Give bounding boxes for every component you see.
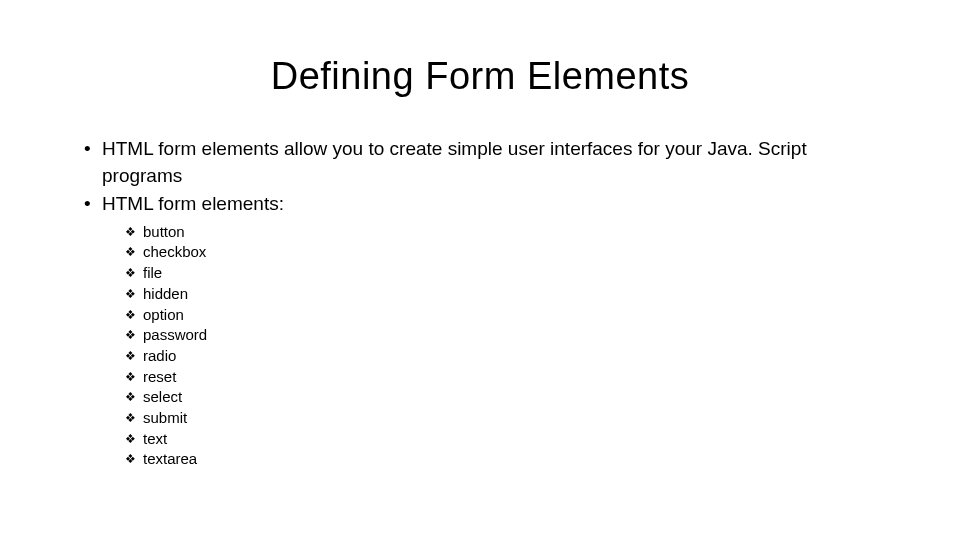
list-item: reset — [125, 367, 880, 388]
list-item: option — [125, 305, 880, 326]
list-item: password — [125, 325, 880, 346]
list-item: submit — [125, 408, 880, 429]
bullet-item: HTML form elements: — [80, 191, 880, 218]
slide-title: Defining Form Elements — [80, 55, 880, 98]
list-item: checkbox — [125, 242, 880, 263]
list-item: textarea — [125, 449, 880, 470]
list-item: file — [125, 263, 880, 284]
slide-container: Defining Form Elements HTML form element… — [0, 0, 960, 540]
main-bullet-list: HTML form elements allow you to create s… — [80, 136, 880, 218]
form-elements-list: button checkbox file hidden option passw… — [125, 222, 880, 470]
list-item: text — [125, 429, 880, 450]
list-item: select — [125, 387, 880, 408]
list-item: button — [125, 222, 880, 243]
bullet-item: HTML form elements allow you to create s… — [80, 136, 880, 189]
list-item: hidden — [125, 284, 880, 305]
list-item: radio — [125, 346, 880, 367]
